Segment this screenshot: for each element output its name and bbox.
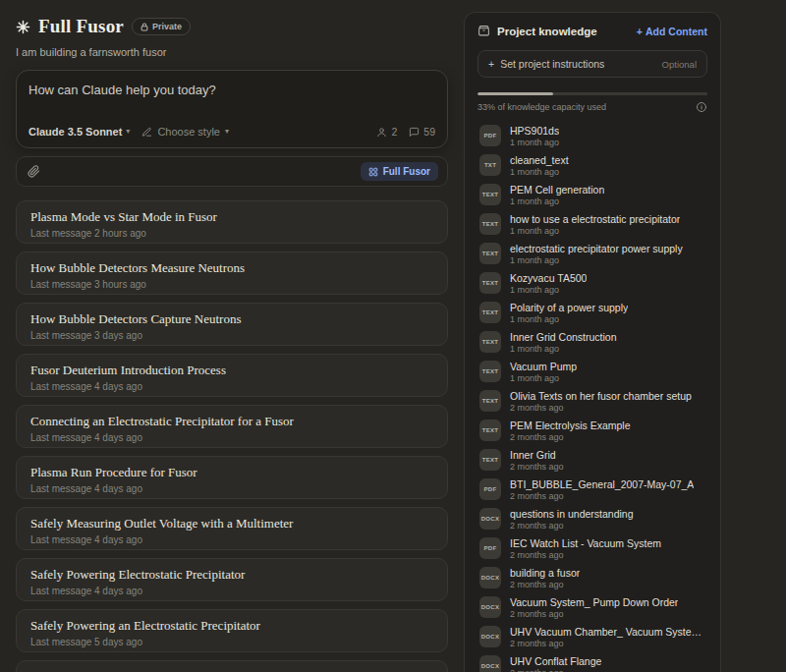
file-timestamp: 2 months ago <box>510 462 564 472</box>
chat-timestamp: Last message 4 days ago <box>30 483 433 494</box>
lock-icon <box>140 23 148 31</box>
chat-card[interactable]: Safely Powering an Electrostatic Precipi… <box>16 609 448 652</box>
file-name: Olivia Texts on her fusor chamber setup <box>510 390 692 402</box>
file-type-badge: PDF <box>479 125 501 146</box>
person-icon <box>376 127 387 138</box>
chat-title: How Bubble Detectors Capture Neutrons <box>30 311 433 327</box>
file-timestamp: 1 month ago <box>510 373 577 383</box>
file-row[interactable]: PDF BTI_BUBBLE_General_2007-May-07_A 2 m… <box>477 475 707 504</box>
capacity-row: 33% of knowledge capacity used <box>477 101 707 113</box>
add-content-button[interactable]: + Add Content <box>637 26 707 37</box>
file-type-badge: PDF <box>479 537 501 559</box>
file-meta: Vacuum Pump 1 month ago <box>510 361 577 383</box>
file-timestamp: 2 months ago <box>510 609 678 619</box>
file-row[interactable]: TEXT PEM Electrolysis Example 2 months a… <box>477 416 707 445</box>
file-name: Kozyvacu TA500 <box>510 272 587 284</box>
chat-card[interactable]: Plasma Mode vs Star Mode in Fusor Last m… <box>16 200 448 244</box>
file-row[interactable]: DOCX building a fusor 2 months ago <box>477 563 707 592</box>
file-meta: BTI_BUBBLE_General_2007-May-07_A 2 month… <box>510 478 694 501</box>
file-row[interactable]: TEXT PEM Cell generation 1 month ago <box>477 180 707 209</box>
chat-card[interactable]: How Bubble Detectors Capture Neutrons La… <box>16 303 448 346</box>
knowledge-title-group: Project knowledge <box>477 25 597 37</box>
project-logo-icon <box>16 20 30 34</box>
knowledge-header: Project knowledge + Add Content <box>477 25 707 37</box>
capacity-section: 33% of knowledge capacity used <box>477 92 707 113</box>
chat-card[interactable]: Measuring Vacuum Pressure with MKS-901P … <box>16 660 448 672</box>
model-selector[interactable]: Claude 3.5 Sonnet ▾ <box>28 126 130 138</box>
knowledge-title: Project knowledge <box>497 26 597 37</box>
chat-card[interactable]: Connecting an Electrostatic Precipitator… <box>16 405 448 448</box>
info-icon[interactable] <box>696 101 707 113</box>
file-row[interactable]: DOCX UHV Conflat Flange 2 months ago <box>477 651 707 672</box>
file-type-badge: TEXT <box>479 390 501 412</box>
file-row[interactable]: TEXT how to use a electrostatic precipit… <box>477 209 707 239</box>
file-row[interactable]: PDF HPS901ds 1 month ago <box>477 121 707 150</box>
chats-counter[interactable]: 59 <box>409 126 435 138</box>
file-type-badge: PDF <box>479 478 501 500</box>
project-title: Full Fusor <box>38 16 124 37</box>
file-type-badge: TEXT <box>479 449 501 471</box>
grid-icon <box>368 167 378 177</box>
chat-timestamp: Last message 4 days ago <box>30 381 433 392</box>
chevron-down-icon: ▾ <box>225 128 229 136</box>
file-name: electrostatic precipitator power supply <box>510 243 683 254</box>
chat-card[interactable]: How Bubble Detectors Measure Neutrons La… <box>16 252 448 295</box>
members-count: 2 <box>391 126 397 138</box>
chat-title: Connecting an Electrostatic Precipitator… <box>30 414 433 429</box>
chat-input[interactable]: How can Claude help you today? <box>28 83 435 112</box>
file-type-badge: TEXT <box>479 243 501 264</box>
file-row[interactable]: TEXT Olivia Texts on her fusor chamber s… <box>477 386 707 416</box>
members-counter[interactable]: 2 <box>376 126 397 138</box>
file-type-badge: DOCX <box>479 508 501 530</box>
file-name: PEM Cell generation <box>510 184 604 196</box>
add-content-label: Add Content <box>646 26 707 37</box>
file-meta: Kozyvacu TA500 1 month ago <box>510 272 587 295</box>
file-type-badge: TEXT <box>479 184 501 205</box>
chat-card[interactable]: Fusor Deuterium Introduction Process Las… <box>16 354 448 397</box>
attach-file-button[interactable] <box>26 163 42 180</box>
chat-title: Safely Measuring Outlet Voltage with a M… <box>30 516 433 532</box>
file-name: cleaned_text <box>510 154 569 166</box>
file-type-badge: DOCX <box>479 655 501 672</box>
chat-timestamp: Last message 5 days ago <box>30 637 433 647</box>
chat-card[interactable]: Plasma Run Procedure for Fusor Last mess… <box>16 456 448 499</box>
file-row[interactable]: TEXT electrostatic precipitator power su… <box>477 239 707 268</box>
file-type-badge: TXT <box>479 154 501 176</box>
chat-timestamp: Last message 2 hours ago <box>30 228 433 239</box>
file-meta: HPS901ds 1 month ago <box>510 125 559 147</box>
file-row[interactable]: TEXT Inner Grid Construction 1 month ago <box>477 327 707 357</box>
style-selector-label: Choose style <box>157 126 220 138</box>
chat-title: Plasma Mode vs Star Mode in Fusor <box>30 209 433 225</box>
chat-card[interactable]: Safely Powering Electrostatic Precipitat… <box>16 558 448 601</box>
file-row[interactable]: TEXT Vacuum Pump 1 month ago <box>477 357 707 386</box>
chat-timestamp: Last message 4 days ago <box>30 534 433 545</box>
file-meta: PEM Electrolysis Example 2 months ago <box>510 420 631 442</box>
file-type-badge: DOCX <box>479 596 501 618</box>
file-timestamp: 1 month ago <box>510 255 683 265</box>
file-row[interactable]: DOCX UHV Vacuum Chamber_ Vacuum System P… <box>477 622 707 651</box>
set-project-instructions[interactable]: + Set project instructions Optional <box>477 50 707 78</box>
file-timestamp: 1 month ago <box>510 138 559 147</box>
privacy-badge-label: Private <box>152 22 182 31</box>
plus-icon: + <box>488 58 494 70</box>
file-row[interactable]: TXT cleaned_text 1 month ago <box>477 150 707 180</box>
file-row[interactable]: TEXT Inner Grid 2 months ago <box>477 445 707 475</box>
file-meta: Vacuum System_ Pump Down Order 2 months … <box>510 596 678 619</box>
project-page: Full Fusor Private I am building a farns… <box>0 0 786 672</box>
file-meta: Inner Grid Construction 1 month ago <box>510 331 617 354</box>
composer-toolbar: Claude 3.5 Sonnet ▾ Choose style ▾ <box>28 126 435 138</box>
file-type-badge: TEXT <box>479 361 501 382</box>
file-row[interactable]: DOCX questions in understanding 2 months… <box>477 504 707 533</box>
file-row[interactable]: TEXT Polarity of a power supply 1 month … <box>477 298 707 327</box>
file-row[interactable]: TEXT Kozyvacu TA500 1 month ago <box>477 268 707 298</box>
file-row[interactable]: DOCX Vacuum System_ Pump Down Order 2 mo… <box>477 592 707 622</box>
project-chip-button[interactable]: Full Fusor <box>361 162 438 181</box>
chat-title: How Bubble Detectors Measure Neutrons <box>30 260 433 276</box>
file-row[interactable]: PDF IEC Watch List - Vacuum System 2 mon… <box>477 533 707 563</box>
chat-composer: How can Claude help you today? Claude 3.… <box>16 70 448 148</box>
style-selector[interactable]: Choose style ▾ <box>141 126 229 138</box>
chat-title: Fusor Deuterium Introduction Process <box>30 363 433 378</box>
chat-card[interactable]: Safely Measuring Outlet Voltage with a M… <box>16 507 448 550</box>
file-meta: UHV Conflat Flange 2 months ago <box>510 655 601 672</box>
file-meta: UHV Vacuum Chamber_ Vacuum System Part 2… <box>510 626 705 648</box>
